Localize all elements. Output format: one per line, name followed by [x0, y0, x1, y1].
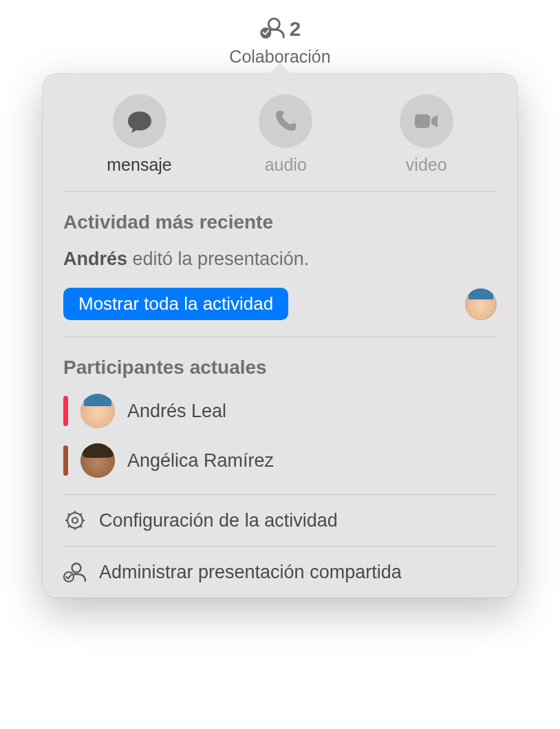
memoji-icon [80, 394, 115, 428]
activity-actor: Andrés [63, 249, 127, 269]
communication-row: mensaje audio video [43, 74, 517, 191]
person-check-icon [63, 560, 87, 584]
activity-entry: Andrés editó la presentación. [63, 249, 497, 270]
show-all-row: Mostrar toda la actividad [63, 288, 497, 320]
svg-line-9 [68, 514, 70, 516]
svg-line-11 [80, 514, 82, 516]
memoji-icon [465, 288, 497, 320]
avatar [80, 394, 115, 428]
participant-row[interactable]: Angélica Ramírez [63, 443, 497, 478]
svg-line-12 [68, 525, 70, 527]
audio-button[interactable]: audio [259, 94, 312, 175]
manage-shared-button[interactable]: Administrar presentación compartida [43, 547, 517, 598]
participants-title: Participantes actuales [63, 357, 497, 379]
participant-name: Angélica Ramírez [127, 450, 274, 472]
message-button[interactable]: mensaje [107, 94, 172, 175]
gear-badge-icon [63, 509, 87, 532]
video-icon [400, 94, 453, 148]
svg-line-10 [80, 525, 82, 527]
manage-shared-label: Administrar presentación compartida [99, 562, 402, 583]
collaboration-icon [259, 14, 287, 44]
participants-section: Participantes actuales Andrés Leal Angél… [43, 337, 517, 494]
collaboration-icon-wrap: 2 [259, 14, 301, 44]
svg-point-13 [72, 564, 81, 573]
video-label: video [406, 155, 447, 175]
memoji-icon [80, 443, 115, 478]
show-all-activity-button[interactable]: Mostrar toda la actividad [63, 288, 288, 320]
message-label: mensaje [107, 155, 172, 175]
collaboration-toolbar-button[interactable]: 2 Colaboración [229, 14, 330, 67]
avatar [80, 443, 115, 478]
editor-avatar[interactable] [465, 288, 497, 320]
activity-action: editó la presentación. [133, 249, 310, 269]
collaboration-popover: mensaje audio video Actividad más [43, 74, 517, 598]
activity-settings-label: Configuración de la actividad [99, 510, 338, 531]
audio-label: audio [265, 155, 307, 175]
collaboration-count: 2 [290, 17, 301, 41]
activity-settings-button[interactable]: Configuración de la actividad [43, 495, 517, 546]
presence-indicator [63, 396, 68, 426]
presence-indicator [63, 445, 68, 476]
svg-point-4 [72, 518, 78, 523]
svg-rect-2 [415, 114, 430, 128]
recent-activity-title: Actividad más reciente [63, 211, 497, 233]
video-button[interactable]: video [400, 94, 453, 175]
participant-row[interactable]: Andrés Leal [63, 394, 497, 428]
participant-name: Andrés Leal [127, 401, 226, 422]
message-icon [113, 94, 166, 148]
recent-activity-section: Actividad más reciente Andrés editó la p… [43, 192, 517, 337]
svg-point-0 [269, 19, 280, 30]
phone-icon [259, 94, 312, 148]
